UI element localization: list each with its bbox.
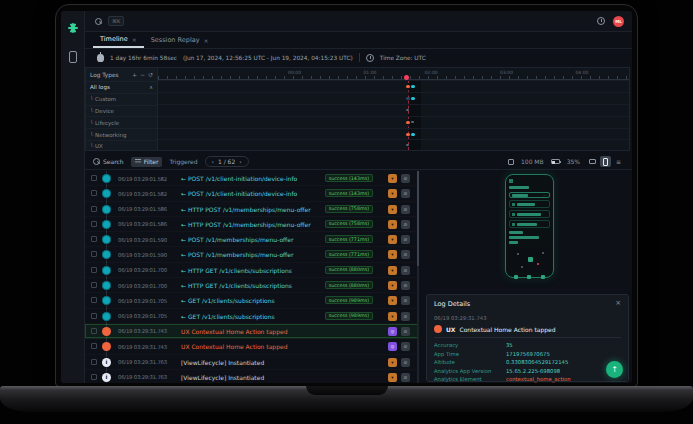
collapse-chevron-icon[interactable]: ∧ <box>149 84 153 90</box>
log-message[interactable]: ← GET /v1/clients/subscriptions <box>181 313 275 320</box>
log-message[interactable]: ← POST /v1/client-initiation/device-info <box>181 175 297 182</box>
log-row[interactable]: 06/19 03:29:01.705 ← GET /v1/clients/sub… <box>85 293 419 308</box>
filter-action-button[interactable]: ▾ <box>388 250 397 259</box>
log-search-button[interactable]: Search <box>93 158 124 165</box>
search-shortcut-badge[interactable]: ⌘K <box>108 16 124 26</box>
log-message[interactable]: ← HTTP GET /v1/clients/subscriptions <box>181 282 292 289</box>
log-message[interactable]: ← POST /v1/memberships/menu-offer <box>181 251 293 258</box>
exclude-action-button[interactable]: ⊘ <box>401 266 410 275</box>
row-checkbox[interactable] <box>91 343 97 349</box>
log-row[interactable]: 06/19 03:29:31.743 UX Contextual Home Ac… <box>85 324 419 339</box>
filter-action-button[interactable]: ◎ <box>388 342 397 351</box>
row-checkbox[interactable] <box>91 359 97 365</box>
user-avatar[interactable]: ML <box>613 16 624 27</box>
log-type-item[interactable]: All logs∧ <box>86 81 157 93</box>
tab-session-replay[interactable]: Session Replay × <box>144 32 216 48</box>
row-checkbox[interactable] <box>91 206 97 212</box>
row-checkbox[interactable] <box>91 221 97 227</box>
row-checkbox[interactable] <box>91 190 97 196</box>
log-row[interactable]: 06/19 03:29:01.700 ← HTTP GET /v1/client… <box>85 278 419 293</box>
session-duration[interactable]: 1 day 16hr 6min 58sec <box>110 55 177 61</box>
exclude-action-button[interactable]: ⊘ <box>401 205 410 214</box>
log-row[interactable]: 06/19 03:29:01.590 ← POST /v1/membership… <box>85 247 419 262</box>
close-icon[interactable]: × <box>615 299 621 307</box>
row-checkbox[interactable] <box>91 297 97 303</box>
exclude-action-button[interactable]: ⊘ <box>401 250 410 259</box>
filter-action-button[interactable]: ▾ <box>388 266 397 275</box>
recent-history-icon[interactable] <box>597 17 605 25</box>
scrollbar[interactable] <box>417 171 419 383</box>
log-message[interactable]: ← HTTP GET /v1/clients/subscriptions <box>181 267 292 274</box>
log-message[interactable]: UX Contextual Home Action tapped <box>181 328 287 335</box>
timezone-label[interactable]: Time Zone: UTC <box>380 55 426 61</box>
timeline-chart[interactable]: 00:0001:0002:0003:0004:00 <box>158 68 629 150</box>
log-row[interactable]: 06/19 03:29:31.743 UX Contextual Home Ac… <box>85 339 419 354</box>
zoom-out-icon[interactable]: − <box>140 71 145 78</box>
exclude-action-button[interactable]: ⊘ <box>401 189 410 198</box>
session-replay-preview[interactable]: ⋯ <box>505 174 554 278</box>
filter-action-button[interactable]: ▾ <box>388 358 397 367</box>
row-checkbox[interactable] <box>91 282 97 288</box>
filter-action-button[interactable]: ▾ <box>388 189 397 198</box>
close-icon[interactable]: × <box>132 36 137 43</box>
log-row[interactable]: i 06/19 03:29:31.763 [ViewLifecycle] Ins… <box>85 370 419 383</box>
log-row[interactable]: 06/19 03:29:01.586 ← HTTP POST /v1/membe… <box>85 202 419 217</box>
reset-icon[interactable]: ↺ <box>148 71 153 78</box>
prev-page-icon[interactable]: ‹ <box>212 158 214 165</box>
filter-action-button[interactable]: ▾ <box>388 205 397 214</box>
exclude-action-button[interactable]: ⊘ <box>401 235 410 244</box>
row-checkbox[interactable] <box>91 251 97 257</box>
filter-action-button[interactable]: ▾ <box>388 235 397 244</box>
row-checkbox[interactable] <box>91 267 97 273</box>
close-icon[interactable]: × <box>204 37 209 44</box>
search-icon[interactable] <box>95 18 102 25</box>
log-row[interactable]: 06/19 03:29:01.586 ← HTTP POST /v1/membe… <box>85 217 419 232</box>
filter-action-button[interactable]: ▾ <box>388 220 397 229</box>
log-type-item[interactable]: └ UX <box>86 140 157 152</box>
log-row[interactable]: 06/19 03:29:01.590 ← POST /v1/membership… <box>85 232 419 247</box>
exclude-action-button[interactable]: ⊘ <box>401 327 410 336</box>
log-message[interactable]: UX Contextual Home Action tapped <box>181 343 287 350</box>
monitor-view-toggle[interactable] <box>587 156 598 167</box>
filter-action-button[interactable]: ▾ <box>388 296 397 305</box>
row-checkbox[interactable] <box>91 236 97 242</box>
log-message[interactable]: ← POST /v1/memberships/menu-offer <box>181 236 293 243</box>
exclude-action-button[interactable]: ⊘ <box>401 174 410 183</box>
log-message[interactable]: ← GET /v1/clients/subscriptions <box>181 297 275 304</box>
exclude-action-button[interactable]: ⊘ <box>401 296 410 305</box>
log-row[interactable]: 06/19 03:29:01.705 ← GET /v1/clients/sub… <box>85 309 419 324</box>
log-type-item[interactable]: └ Networking <box>86 128 157 140</box>
session-date-range[interactable]: (Jun 17, 2024, 12:56:25 UTC - Jun 19, 20… <box>183 55 353 61</box>
zoom-in-icon[interactable]: + <box>132 71 137 78</box>
log-message[interactable]: [ViewLifecycle] Instantiated <box>181 359 264 366</box>
log-type-item[interactable]: └ Device <box>86 105 157 117</box>
exclude-action-button[interactable]: ⊘ <box>401 220 410 229</box>
app-logo-icon[interactable] <box>68 23 78 33</box>
filter-button[interactable]: Filter <box>131 157 163 167</box>
exclude-action-button[interactable]: ⊘ <box>401 281 410 290</box>
tab-timeline[interactable]: Timeline × <box>93 32 144 48</box>
list-view-toggle[interactable]: ≡ <box>613 156 624 167</box>
log-message[interactable]: [ViewLifecycle] Instantiated <box>181 374 264 381</box>
row-checkbox[interactable] <box>91 374 97 380</box>
exclude-action-button[interactable]: ⊘ <box>401 358 410 367</box>
filter-action-button[interactable]: ◎ <box>388 327 397 336</box>
exclude-action-button[interactable]: ⊘ <box>401 342 410 351</box>
filter-action-button[interactable]: ▾ <box>388 281 397 290</box>
device-nav-icon[interactable] <box>69 51 77 63</box>
log-type-item[interactable]: └ Lifecycle <box>86 116 157 128</box>
exclude-action-button[interactable]: ⊘ <box>401 373 410 382</box>
log-message[interactable]: ← HTTP POST /v1/memberships/menu-offer <box>181 206 311 213</box>
row-checkbox[interactable] <box>91 313 97 319</box>
log-row[interactable]: 06/19 03:29:01.582 ← POST /v1/client-ini… <box>85 171 419 186</box>
exclude-action-button[interactable]: ⊘ <box>401 312 410 321</box>
scroll-to-top-button[interactable]: ↑ <box>606 361 623 378</box>
log-row[interactable]: 06/19 03:29:01.700 ← HTTP GET /v1/client… <box>85 263 419 278</box>
phone-view-toggle[interactable] <box>600 156 611 167</box>
log-row[interactable]: 06/19 03:29:01.582 ← POST /v1/client-ini… <box>85 186 419 201</box>
filter-action-button[interactable]: ▾ <box>388 373 397 382</box>
row-checkbox[interactable] <box>91 175 97 181</box>
log-message[interactable]: ← HTTP POST /v1/memberships/menu-offer <box>181 221 311 228</box>
next-page-icon[interactable]: › <box>239 158 241 165</box>
log-type-item[interactable]: └ Custom <box>86 93 157 105</box>
